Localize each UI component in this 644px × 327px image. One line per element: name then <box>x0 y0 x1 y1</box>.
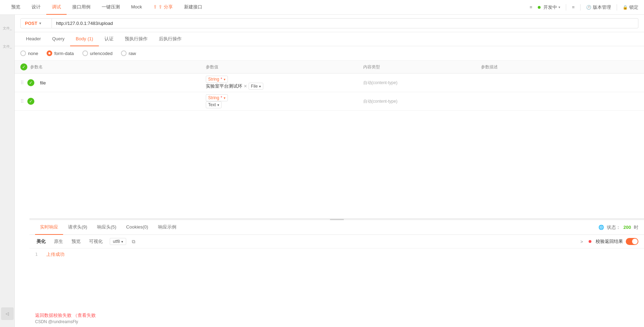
row1-close-icon[interactable]: ✕ <box>244 84 247 89</box>
top-nav: 预览 设计 调试 接口用例 一键压测 Mock ⇪ ⇪ 分享 新建接口 ≡ 开发… <box>0 0 644 15</box>
lock-icon: 🔒 <box>623 5 628 10</box>
left-sidebar: 文件_ 文件_ ◁ <box>0 15 15 327</box>
row1-value-cell: 实验室平台测试环 ✕ File ▾ <box>206 83 363 90</box>
globe-icon: 🌐 <box>598 225 604 230</box>
copy-btn[interactable]: ⧉ <box>132 239 135 245</box>
response-text: 上传成功 <box>46 252 65 257</box>
nav-examples[interactable]: 接口用例 <box>67 0 96 15</box>
row1-file-chevron: ▾ <box>259 84 261 88</box>
tab-post-exec[interactable]: 后执行操作 <box>153 32 187 46</box>
nav-debug[interactable]: 调试 <box>46 0 67 15</box>
sidebar-collapse-btn[interactable]: ◁ <box>1 307 14 320</box>
time-label: 时 <box>634 224 638 231</box>
divider-1 <box>566 4 566 11</box>
error-source: CSDN @rundreamsFly <box>35 319 638 324</box>
header-check-icon: ✓ <box>20 63 27 70</box>
param-row-1: ⠿ ✓ file String * ▾ 实验室平台测试环 ✕ File <box>15 74 644 92</box>
url-input[interactable] <box>52 18 638 28</box>
row1-type-group: String * ▾ <box>206 76 363 83</box>
nav-share[interactable]: ⇪ ⇪ 分享 <box>148 0 178 15</box>
response-area: 实时响应 请求头(9) 响应头(5) Cookies(0) 响应示例 🌐 状态：… <box>29 218 644 327</box>
row2-required-star: * <box>221 95 222 100</box>
error-link[interactable]: 返回数据校验失败 <box>35 313 72 318</box>
sidebar-file-icon-1[interactable]: 文件_ <box>1 22 14 34</box>
request-tab-bar: Header Query Body(1) 认证 预执行操作 后执行操作 <box>15 32 644 46</box>
raw-btn[interactable]: 原生 <box>53 238 65 245</box>
nav-stress[interactable]: 一键压测 <box>96 0 126 15</box>
body-options: none form-data urlencoded raw <box>15 46 644 61</box>
row2-badge-chevron: ▾ <box>217 103 219 107</box>
tab-auth[interactable]: 认证 <box>99 32 119 46</box>
row2-text-badge[interactable]: Text ▾ <box>206 101 222 108</box>
option-urlencoded[interactable]: urlencoded <box>82 50 113 56</box>
main-layout: 文件_ 文件_ ◁ POST ▾ Header Query Body(1) 认证… <box>0 15 644 327</box>
response-tab-realtime[interactable]: 实时响应 <box>35 220 63 235</box>
option-raw[interactable]: raw <box>121 50 136 56</box>
row1-check[interactable]: ✓ <box>27 79 34 86</box>
response-tab-examples[interactable]: 响应示例 <box>153 220 181 235</box>
option-form-data[interactable]: form-data <box>47 50 74 56</box>
validate-error-panel: 返回数据校验失败 （查看失败 CSDN @rundreamsFly <box>29 309 644 327</box>
row2-type-badge[interactable]: String * ▾ <box>206 94 228 101</box>
nav-design[interactable]: 设计 <box>26 0 46 15</box>
nav-mock[interactable]: Mock <box>126 0 148 15</box>
status-code: 200 <box>623 225 631 230</box>
radio-form-data <box>47 50 52 56</box>
header-check-col: ✓ 参数名 <box>20 63 48 70</box>
row2-check[interactable]: ✓ <box>27 98 34 105</box>
method-label: POST <box>25 21 37 26</box>
env-selector[interactable]: 开发中 ▾ <box>538 4 560 11</box>
header-desc-col: 参数描述 <box>481 64 638 70</box>
row1-check-col: ⠿ ✓ file <box>20 79 48 86</box>
response-status-area: 🌐 状态： 200 时 <box>598 224 638 231</box>
row2-type-chevron: ▾ <box>224 96 225 100</box>
tab-pre-exec[interactable]: 预执行操作 <box>119 32 153 46</box>
menu-icon[interactable]: ≡ <box>572 5 575 10</box>
tab-header[interactable]: Header <box>20 32 47 46</box>
validate-toggle[interactable] <box>626 238 638 245</box>
beautify-btn[interactable]: 美化 <box>35 238 47 245</box>
env-chevron-icon: ▾ <box>558 5 560 9</box>
validate-dot <box>589 240 591 243</box>
radio-raw <box>121 50 127 56</box>
tab-body[interactable]: Body(1) <box>70 32 99 46</box>
row2-type-col: 自动(content-type) <box>363 98 481 104</box>
radio-urlencoded <box>82 50 88 56</box>
row1-value-text: 实验室平台测试环 <box>206 83 242 89</box>
response-tab-cookies[interactable]: Cookies(0) <box>121 220 153 235</box>
line-number: 1 <box>35 252 38 257</box>
visual-btn[interactable]: 可视化 <box>88 238 104 245</box>
row2-check-col: ⠿ ✓ <box>20 98 48 105</box>
option-none[interactable]: none <box>20 50 38 56</box>
version-btn[interactable]: 🕐 版本管理 <box>586 4 611 11</box>
param-row-2: ⠿ ✓ String * ▾ Text ▾ <box>15 92 644 111</box>
header-value-col: 参数值 <box>206 64 363 70</box>
hamburger-icon[interactable]: ≡ <box>530 5 533 10</box>
tab-query[interactable]: Query <box>47 32 70 46</box>
nav-preview[interactable]: 预览 <box>6 0 26 15</box>
row1-drag-handle[interactable]: ⠿ <box>20 80 23 86</box>
divider-2 <box>580 4 581 11</box>
header-type-col: 内容类型 <box>363 64 481 70</box>
row1-type-badge[interactable]: String * ▾ <box>206 76 228 83</box>
content-area: POST ▾ Header Query Body(1) 认证 预执行操作 后执行… <box>15 15 644 327</box>
sidebar-file-icon-2[interactable]: 文件_ <box>1 40 14 53</box>
method-select[interactable]: POST ▾ <box>20 18 52 28</box>
preview-btn[interactable]: 预览 <box>70 238 82 245</box>
row2-drag-handle[interactable]: ⠿ <box>20 98 23 104</box>
status-dot <box>538 6 541 9</box>
response-tab-response-headers[interactable]: 响应头(5) <box>92 220 121 235</box>
nav-new-api[interactable]: 新建接口 <box>178 0 208 15</box>
encoding-select[interactable]: utf8 ▾ <box>110 238 126 245</box>
row1-file-badge[interactable]: File ▾ <box>249 83 263 90</box>
error-link-2[interactable]: （查看失败 <box>73 313 96 318</box>
response-toolbar: 美化 原生 预览 可视化 utf8 ▾ ⧉ > 校验返回结果 <box>29 235 644 248</box>
status-label: 状态： <box>607 224 621 231</box>
response-tab-request-headers[interactable]: 请求头(9) <box>63 220 92 235</box>
header-name-label: 参数名 <box>30 64 43 70</box>
params-table-header: ✓ 参数名 参数值 内容类型 参数描述 <box>15 61 644 74</box>
lock-btn[interactable]: 🔒 锁定 <box>623 4 638 11</box>
top-nav-right: ≡ 开发中 ▾ ≡ 🕐 版本管理 🔒 锁定 <box>530 4 638 11</box>
expand-icon[interactable]: > <box>580 239 583 244</box>
row1-type-chevron: ▾ <box>224 77 225 81</box>
